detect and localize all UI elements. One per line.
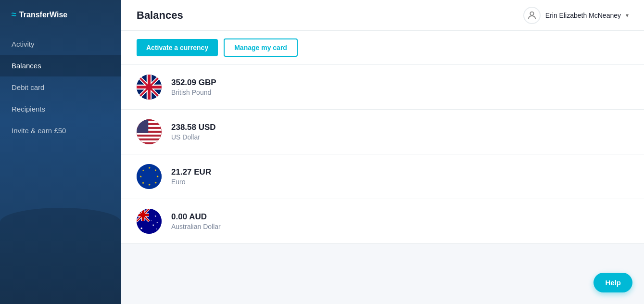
flag-aud: ★ ★ ★ ★ ★ ★ bbox=[137, 209, 162, 234]
svg-text:★: ★ bbox=[154, 181, 157, 184]
svg-text:★: ★ bbox=[139, 175, 142, 178]
sidebar-item-recipients[interactable]: Recipients bbox=[0, 98, 121, 120]
currency-item-usd[interactable]: 238.58 USD US Dollar bbox=[121, 110, 644, 154]
currency-list: 352.09 GBP British Pound bbox=[121, 65, 644, 304]
activate-currency-button[interactable]: Activate a currency bbox=[137, 39, 218, 56]
user-name: Erin Elizabeth McNeaney bbox=[545, 12, 621, 19]
sidebar: ≈ TransferWise Activity Balances Debit c… bbox=[0, 0, 121, 304]
page-title: Balances bbox=[137, 9, 183, 22]
currency-name-eur: Euro bbox=[171, 178, 211, 186]
svg-rect-22 bbox=[137, 135, 162, 137]
flag-eur: ★ ★ ★ ★ ★ ★ ★ ★ bbox=[137, 164, 162, 189]
currency-amount-usd: 238.58 USD bbox=[171, 123, 216, 132]
currency-info-gbp: 352.09 GBP British Pound bbox=[171, 78, 216, 96]
sidebar-nav: Activity Balances Debit card Recipients … bbox=[0, 33, 121, 141]
svg-text:★: ★ bbox=[148, 166, 151, 169]
currency-name-gbp: British Pound bbox=[171, 89, 216, 96]
svg-rect-23 bbox=[137, 137, 162, 139]
logo-area: ≈ TransferWise bbox=[0, 0, 121, 33]
currency-amount-gbp: 352.09 GBP bbox=[171, 78, 216, 88]
svg-text:★: ★ bbox=[152, 224, 154, 227]
user-menu[interactable]: Erin Elizabeth McNeaney ▾ bbox=[523, 7, 629, 24]
sidebar-item-activity[interactable]: Activity bbox=[0, 33, 121, 55]
currency-amount-eur: 21.27 EUR bbox=[171, 167, 211, 177]
flag-gbp bbox=[137, 75, 162, 100]
header: Balances Erin Elizabeth McNeaney ▾ bbox=[121, 0, 644, 31]
currency-item-aud[interactable]: ★ ★ ★ ★ ★ ★ 0.00 AUD Australian Dollar bbox=[121, 199, 644, 244]
svg-rect-24 bbox=[137, 139, 162, 140]
help-button[interactable]: Help bbox=[593, 273, 632, 292]
currency-info-eur: 21.27 EUR Euro bbox=[171, 167, 211, 186]
currency-info-aud: 0.00 AUD Australian Dollar bbox=[171, 212, 221, 230]
logo-text: TransferWise bbox=[19, 11, 67, 19]
svg-rect-26 bbox=[137, 142, 162, 144]
sidebar-item-debit-card[interactable]: Debit card bbox=[0, 76, 121, 98]
currency-item-eur[interactable]: ★ ★ ★ ★ ★ ★ ★ ★ 21.27 EUR Euro bbox=[121, 154, 644, 199]
svg-text:★: ★ bbox=[140, 227, 143, 230]
svg-text:★: ★ bbox=[142, 181, 144, 184]
currency-item-gbp[interactable]: 352.09 GBP British Pound bbox=[121, 65, 644, 110]
svg-rect-14 bbox=[137, 119, 162, 121]
svg-text:★: ★ bbox=[142, 169, 144, 172]
svg-text:★: ★ bbox=[151, 220, 152, 222]
flag-usd bbox=[137, 119, 162, 144]
sidebar-item-invite[interactable]: Invite & earn £50 bbox=[0, 120, 121, 141]
currency-name-usd: US Dollar bbox=[171, 133, 216, 141]
svg-text:★: ★ bbox=[156, 228, 157, 230]
main-content: Balances Erin Elizabeth McNeaney ▾ Activ… bbox=[121, 0, 644, 304]
logo[interactable]: ≈ TransferWise bbox=[12, 10, 110, 20]
sidebar-item-balances[interactable]: Balances bbox=[0, 55, 121, 76]
currency-name-aud: Australian Dollar bbox=[171, 223, 221, 230]
svg-rect-27 bbox=[137, 119, 148, 133]
svg-text:★: ★ bbox=[148, 183, 151, 186]
svg-text:★: ★ bbox=[156, 175, 159, 178]
logo-icon: ≈ bbox=[12, 10, 16, 20]
svg-rect-21 bbox=[137, 133, 162, 135]
currency-amount-aud: 0.00 AUD bbox=[171, 212, 221, 222]
manage-card-button[interactable]: Manage my card bbox=[224, 38, 298, 57]
svg-point-0 bbox=[530, 12, 533, 15]
user-avatar-icon bbox=[523, 7, 541, 24]
svg-rect-15 bbox=[137, 121, 162, 123]
svg-text:★: ★ bbox=[156, 221, 158, 224]
svg-rect-25 bbox=[137, 140, 162, 142]
currency-info-usd: 238.58 USD US Dollar bbox=[171, 123, 216, 141]
svg-text:★: ★ bbox=[154, 169, 157, 172]
chevron-down-icon: ▾ bbox=[626, 12, 629, 19]
action-bar: Activate a currency Manage my card bbox=[121, 31, 644, 65]
